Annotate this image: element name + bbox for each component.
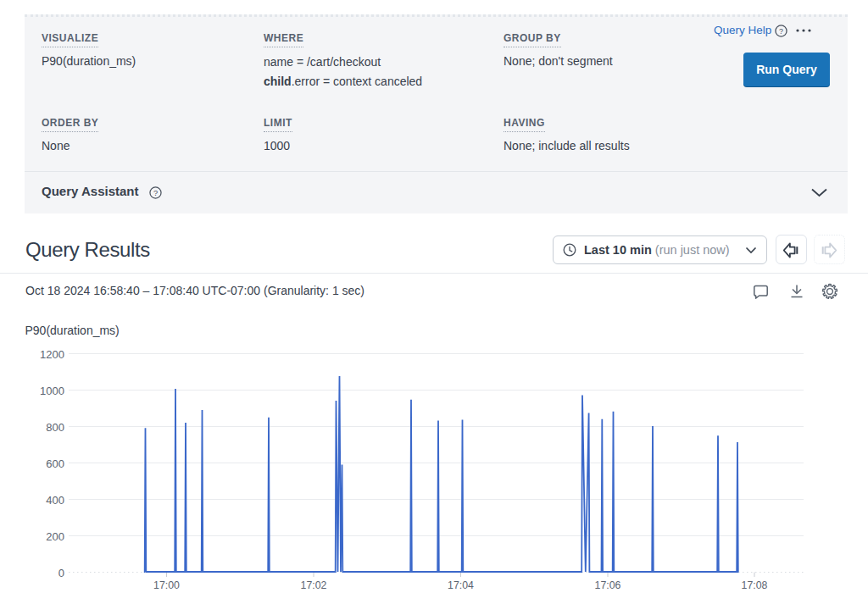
svg-text:17:02: 17:02 bbox=[301, 579, 327, 591]
svg-text:1000: 1000 bbox=[40, 385, 64, 397]
svg-text:17:04: 17:04 bbox=[448, 579, 474, 591]
svg-text:0: 0 bbox=[58, 567, 64, 579]
svg-text:200: 200 bbox=[46, 530, 64, 543]
svg-text:800: 800 bbox=[46, 421, 64, 434]
svg-text:17:06: 17:06 bbox=[595, 579, 621, 591]
svg-text:400: 400 bbox=[46, 494, 64, 507]
svg-text:17:08: 17:08 bbox=[742, 579, 768, 591]
svg-text:1200: 1200 bbox=[40, 348, 64, 361]
svg-text:600: 600 bbox=[46, 457, 64, 470]
svg-text:17:00: 17:00 bbox=[153, 579, 180, 591]
